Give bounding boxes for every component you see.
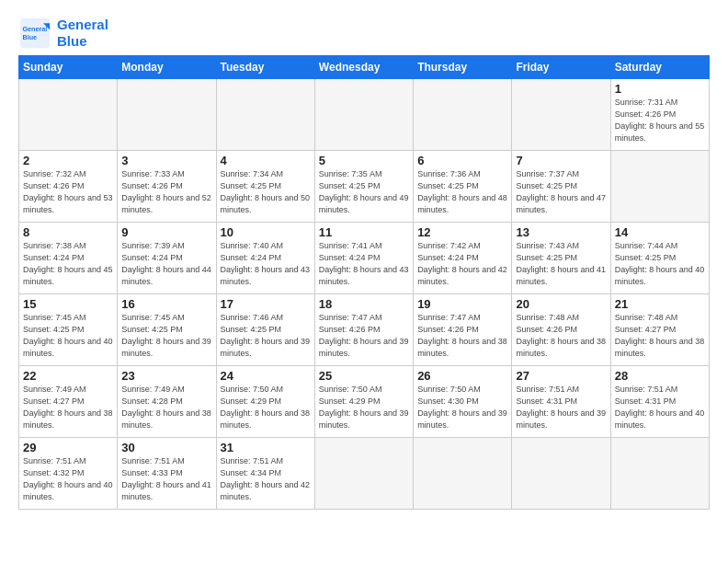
day-info: Sunrise: 7:31 AMSunset: 4:26 PMDaylight:… — [615, 97, 705, 144]
day-number: 11 — [319, 225, 409, 239]
day-number: 18 — [319, 297, 409, 311]
day-info: Sunrise: 7:50 AMSunset: 4:30 PMDaylight:… — [417, 384, 507, 431]
svg-text:Blue: Blue — [23, 33, 38, 41]
day-header-sunday: Sunday — [19, 56, 118, 79]
calendar-cell — [610, 151, 709, 223]
day-info: Sunrise: 7:48 AMSunset: 4:27 PMDaylight:… — [615, 312, 705, 360]
calendar-cell: 1Sunrise: 7:31 AMSunset: 4:26 PMDaylight… — [610, 79, 709, 151]
day-number: 1 — [615, 82, 705, 96]
calendar-cell: 14Sunrise: 7:44 AMSunset: 4:25 PMDayligh… — [610, 223, 709, 294]
day-number: 5 — [319, 154, 409, 167]
day-info: Sunrise: 7:40 AMSunset: 4:24 PMDaylight:… — [221, 240, 311, 288]
calendar-cell: 20Sunrise: 7:48 AMSunset: 4:26 PMDayligh… — [512, 294, 610, 366]
day-number: 4 — [221, 154, 311, 167]
day-number: 2 — [23, 154, 113, 167]
calendar-cell: 24Sunrise: 7:50 AMSunset: 4:29 PMDayligh… — [216, 366, 314, 438]
day-info: Sunrise: 7:41 AMSunset: 4:24 PMDaylight:… — [319, 240, 409, 288]
day-info: Sunrise: 7:42 AMSunset: 4:24 PMDaylight:… — [417, 240, 507, 288]
calendar-cell — [512, 79, 610, 151]
day-number: 20 — [516, 297, 606, 311]
week-row-1: 2Sunrise: 7:32 AMSunset: 4:26 PMDaylight… — [19, 151, 710, 223]
day-info: Sunrise: 7:51 AMSunset: 4:34 PMDaylight:… — [221, 455, 311, 503]
calendar-cell: 4Sunrise: 7:34 AMSunset: 4:25 PMDaylight… — [216, 151, 314, 223]
day-info: Sunrise: 7:39 AMSunset: 4:24 PMDaylight:… — [121, 240, 211, 288]
week-row-5: 29Sunrise: 7:51 AMSunset: 4:32 PMDayligh… — [19, 438, 710, 510]
logo-icon: General Blue — [18, 17, 51, 50]
day-info: Sunrise: 7:34 AMSunset: 4:25 PMDaylight:… — [221, 168, 311, 216]
calendar-cell: 22Sunrise: 7:49 AMSunset: 4:27 PMDayligh… — [19, 366, 118, 438]
calendar-cell — [314, 438, 413, 510]
day-header-tuesday: Tuesday — [216, 56, 314, 79]
day-number: 14 — [615, 225, 705, 239]
day-number: 13 — [516, 225, 606, 239]
calendar-cell: 15Sunrise: 7:45 AMSunset: 4:25 PMDayligh… — [19, 294, 118, 366]
day-number: 17 — [221, 297, 311, 311]
calendar-cell — [216, 79, 314, 151]
day-number: 10 — [221, 225, 311, 239]
svg-text:General: General — [23, 25, 48, 33]
day-header-wednesday: Wednesday — [314, 56, 413, 79]
calendar-cell: 16Sunrise: 7:45 AMSunset: 4:25 PMDayligh… — [118, 294, 216, 366]
calendar-cell: 2Sunrise: 7:32 AMSunset: 4:26 PMDaylight… — [19, 151, 118, 223]
day-info: Sunrise: 7:49 AMSunset: 4:27 PMDaylight:… — [23, 384, 113, 431]
calendar-cell — [118, 79, 216, 151]
day-header-saturday: Saturday — [610, 56, 709, 79]
day-number: 21 — [615, 297, 705, 311]
calendar-cell: 30Sunrise: 7:51 AMSunset: 4:33 PMDayligh… — [118, 438, 216, 510]
calendar-cell: 28Sunrise: 7:51 AMSunset: 4:31 PMDayligh… — [610, 366, 709, 438]
day-info: Sunrise: 7:36 AMSunset: 4:25 PMDaylight:… — [417, 168, 507, 216]
day-number: 27 — [516, 369, 606, 383]
calendar-cell: 9Sunrise: 7:39 AMSunset: 4:24 PMDaylight… — [118, 223, 216, 294]
calendar-cell: 26Sunrise: 7:50 AMSunset: 4:30 PMDayligh… — [414, 366, 512, 438]
calendar-cell: 17Sunrise: 7:46 AMSunset: 4:25 PMDayligh… — [216, 294, 314, 366]
day-number: 31 — [221, 441, 311, 454]
calendar-cell: 18Sunrise: 7:47 AMSunset: 4:26 PMDayligh… — [314, 294, 413, 366]
calendar-cell — [610, 438, 709, 510]
day-info: Sunrise: 7:32 AMSunset: 4:26 PMDaylight:… — [23, 168, 113, 216]
day-info: Sunrise: 7:48 AMSunset: 4:26 PMDaylight:… — [516, 312, 606, 360]
day-info: Sunrise: 7:51 AMSunset: 4:33 PMDaylight:… — [121, 455, 211, 503]
day-number: 16 — [121, 297, 211, 311]
day-info: Sunrise: 7:37 AMSunset: 4:25 PMDaylight:… — [516, 168, 606, 216]
day-number: 12 — [417, 225, 507, 239]
calendar-cell: 31Sunrise: 7:51 AMSunset: 4:34 PMDayligh… — [216, 438, 314, 510]
logo-text: General Blue — [57, 17, 108, 50]
day-info: Sunrise: 7:46 AMSunset: 4:25 PMDaylight:… — [221, 312, 311, 360]
day-number: 22 — [23, 369, 113, 383]
day-info: Sunrise: 7:38 AMSunset: 4:24 PMDaylight:… — [23, 240, 113, 288]
day-info: Sunrise: 7:44 AMSunset: 4:25 PMDaylight:… — [615, 240, 705, 288]
calendar-cell: 23Sunrise: 7:49 AMSunset: 4:28 PMDayligh… — [118, 366, 216, 438]
day-info: Sunrise: 7:47 AMSunset: 4:26 PMDaylight:… — [417, 312, 507, 360]
day-info: Sunrise: 7:51 AMSunset: 4:31 PMDaylight:… — [615, 384, 705, 431]
day-number: 23 — [121, 369, 211, 383]
day-number: 29 — [23, 441, 113, 454]
day-info: Sunrise: 7:33 AMSunset: 4:26 PMDaylight:… — [121, 168, 211, 216]
day-info: Sunrise: 7:51 AMSunset: 4:31 PMDaylight:… — [516, 384, 606, 431]
day-info: Sunrise: 7:45 AMSunset: 4:25 PMDaylight:… — [121, 312, 211, 360]
calendar-cell: 19Sunrise: 7:47 AMSunset: 4:26 PMDayligh… — [414, 294, 512, 366]
day-info: Sunrise: 7:45 AMSunset: 4:25 PMDaylight:… — [23, 312, 113, 360]
day-header-monday: Monday — [118, 56, 216, 79]
calendar-cell: 27Sunrise: 7:51 AMSunset: 4:31 PMDayligh… — [512, 366, 610, 438]
week-row-2: 8Sunrise: 7:38 AMSunset: 4:24 PMDaylight… — [19, 223, 710, 294]
calendar-cell — [414, 438, 512, 510]
day-info: Sunrise: 7:50 AMSunset: 4:29 PMDaylight:… — [319, 384, 409, 431]
week-row-4: 22Sunrise: 7:49 AMSunset: 4:27 PMDayligh… — [19, 366, 710, 438]
calendar-cell: 25Sunrise: 7:50 AMSunset: 4:29 PMDayligh… — [314, 366, 413, 438]
day-number: 19 — [417, 297, 507, 311]
calendar-cell: 13Sunrise: 7:43 AMSunset: 4:25 PMDayligh… — [512, 223, 610, 294]
day-number: 26 — [417, 369, 507, 383]
calendar-cell: 12Sunrise: 7:42 AMSunset: 4:24 PMDayligh… — [414, 223, 512, 294]
week-row-0: 1Sunrise: 7:31 AMSunset: 4:26 PMDaylight… — [19, 79, 710, 151]
day-info: Sunrise: 7:47 AMSunset: 4:26 PMDaylight:… — [319, 312, 409, 360]
day-number: 30 — [121, 441, 211, 454]
calendar-cell — [414, 79, 512, 151]
day-number: 24 — [221, 369, 311, 383]
header: General Blue General Blue — [18, 17, 710, 50]
calendar-table: SundayMondayTuesdayWednesdayThursdayFrid… — [18, 55, 710, 510]
calendar-cell: 5Sunrise: 7:35 AMSunset: 4:25 PMDaylight… — [314, 151, 413, 223]
calendar-cell: 3Sunrise: 7:33 AMSunset: 4:26 PMDaylight… — [118, 151, 216, 223]
day-number: 8 — [23, 225, 113, 239]
day-header-friday: Friday — [512, 56, 610, 79]
day-info: Sunrise: 7:35 AMSunset: 4:25 PMDaylight:… — [319, 168, 409, 216]
